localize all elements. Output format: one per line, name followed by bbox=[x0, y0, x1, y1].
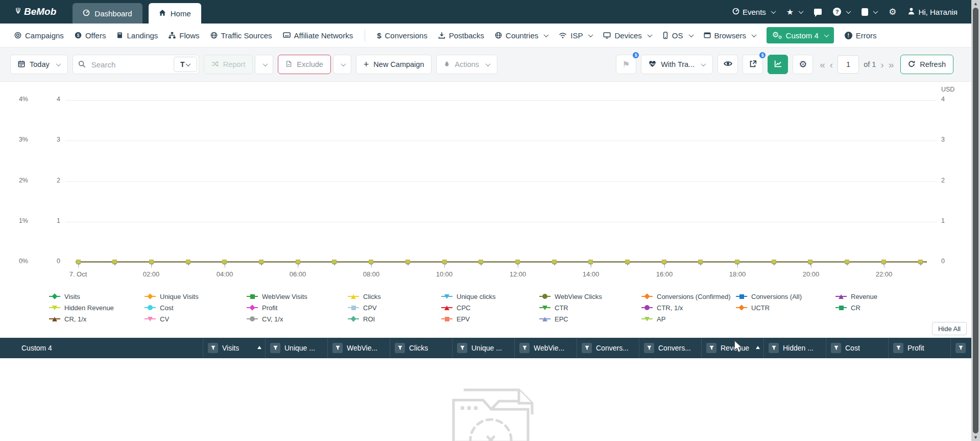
legend-item-cv[interactable]: CV bbox=[145, 315, 247, 323]
traffic-filter-dropdown[interactable]: With Tra... bbox=[641, 55, 713, 74]
filter-funnel-button[interactable] bbox=[893, 343, 903, 353]
legend-item-conversions-all[interactable]: Conversions (All) bbox=[736, 293, 835, 300]
nav-item-flows[interactable]: Flows bbox=[169, 31, 199, 40]
table-column-clicks[interactable]: Clicks bbox=[390, 338, 452, 358]
legend-item-cv-1-x[interactable]: CV, 1/x bbox=[247, 315, 348, 323]
export-button[interactable]: $ bbox=[743, 55, 763, 74]
legend-item-profit[interactable]: Profit bbox=[247, 304, 348, 312]
legend-item-webview-visits[interactable]: WebView Visits bbox=[247, 293, 348, 300]
legend-item-cost[interactable]: Cost bbox=[145, 304, 247, 312]
new-campaign-button[interactable]: + New Campaign bbox=[356, 55, 432, 74]
filter-funnel-button[interactable] bbox=[706, 343, 716, 353]
legend-item-clicks[interactable]: Clicks bbox=[348, 293, 441, 300]
data-point-marker[interactable] bbox=[698, 260, 703, 264]
hide-all-button[interactable]: Hide All bbox=[932, 322, 967, 335]
favorites-menu[interactable]: ★ bbox=[786, 7, 803, 17]
table-column-hidden[interactable]: Hidden ... bbox=[764, 338, 826, 358]
nav-item-countries[interactable]: Countries bbox=[495, 31, 548, 40]
legend-item-epv[interactable]: EPV bbox=[441, 315, 539, 323]
feedback-button[interactable] bbox=[814, 9, 822, 15]
exclude-dropdown-button[interactable] bbox=[333, 55, 351, 74]
table-column-unique[interactable]: Unique ... bbox=[452, 338, 515, 358]
filter-funnel-button[interactable] bbox=[395, 343, 405, 353]
nav-item-conversions[interactable]: $Conversions bbox=[377, 31, 427, 40]
legend-item-cr-1-x[interactable]: CR, 1/x bbox=[49, 315, 145, 323]
data-point-marker[interactable] bbox=[479, 260, 483, 264]
tab-dashboard[interactable]: Dashboard bbox=[73, 3, 142, 24]
data-point-marker[interactable] bbox=[918, 260, 923, 264]
table-group-column[interactable]: Custom 4 bbox=[0, 338, 203, 358]
legend-item-ap[interactable]: AP bbox=[641, 315, 736, 323]
nav-item-os[interactable]: OS bbox=[662, 31, 693, 40]
nav-item-custom-4[interactable]: ⚙⚙Custom 4 bbox=[767, 27, 834, 43]
table-column-unique[interactable]: Unique ... bbox=[266, 338, 328, 358]
table-column-cost[interactable]: Cost bbox=[826, 338, 889, 358]
legend-item-cpc[interactable]: CPC bbox=[441, 304, 539, 312]
tab-home[interactable]: Home bbox=[149, 3, 201, 24]
filter-funnel-button[interactable] bbox=[831, 343, 841, 353]
bemob-logo[interactable]: BeMob bbox=[14, 6, 56, 17]
report-dropdown-button[interactable] bbox=[255, 55, 273, 74]
nav-item-affiliate-networks[interactable]: Affiliate Networks bbox=[283, 31, 353, 40]
nav-item-errors[interactable]: !Errors bbox=[845, 31, 877, 40]
exclude-button[interactable]: Exclude bbox=[278, 55, 331, 74]
legend-item-cpv[interactable]: CPV bbox=[348, 304, 441, 312]
filter-funnel-button[interactable] bbox=[582, 343, 592, 353]
scroll-up-icon[interactable]: ▲ bbox=[971, 1, 980, 6]
settings-button[interactable]: ⚙ bbox=[889, 7, 896, 17]
nav-item-browsers[interactable]: Browsers bbox=[704, 31, 756, 40]
legend-item-revenue[interactable]: Revenue bbox=[835, 293, 960, 300]
data-point-marker[interactable] bbox=[552, 260, 557, 264]
next-page-button[interactable]: › bbox=[880, 60, 883, 69]
filter-funnel-button[interactable] bbox=[644, 343, 654, 353]
actions-button[interactable]: Actions bbox=[436, 55, 497, 74]
legend-item-unique-clicks[interactable]: Unique clicks bbox=[441, 293, 539, 300]
data-point-marker[interactable] bbox=[405, 260, 410, 264]
search-type-selector[interactable]: T bbox=[174, 57, 197, 72]
data-point-marker[interactable] bbox=[259, 260, 264, 264]
data-point-marker[interactable] bbox=[332, 260, 337, 264]
last-page-button[interactable]: » bbox=[889, 60, 894, 69]
legend-item-hidden-revenue[interactable]: Hidden Revenue bbox=[49, 304, 145, 312]
filter-funnel-button[interactable] bbox=[457, 343, 467, 353]
visibility-button[interactable] bbox=[718, 55, 738, 74]
table-column-webvie[interactable]: WebVie... bbox=[328, 338, 390, 358]
prev-page-button[interactable]: ‹ bbox=[830, 60, 833, 69]
legend-item-webview-clicks[interactable]: WebView Clicks bbox=[539, 293, 641, 300]
filter-funnel-button[interactable] bbox=[519, 343, 530, 353]
table-column-webvie[interactable]: WebVie... bbox=[515, 338, 577, 358]
legend-item-conversions-confirmed[interactable]: Conversions (Confirmed) bbox=[641, 293, 736, 300]
legend-item-roi[interactable]: ROI bbox=[348, 315, 441, 323]
filter-funnel-button[interactable] bbox=[208, 343, 218, 353]
legend-item-ctr-1-x[interactable]: CTR, 1/x bbox=[641, 304, 736, 312]
legend-item-ctr[interactable]: CTR bbox=[539, 304, 641, 312]
events-menu[interactable]: Events bbox=[732, 8, 775, 16]
filter-funnel-button[interactable] bbox=[332, 343, 343, 353]
legend-item-visits[interactable]: Visits bbox=[49, 293, 145, 300]
scroll-down-icon[interactable]: ▼ bbox=[971, 435, 980, 440]
data-point-marker[interactable] bbox=[808, 260, 812, 264]
resources-menu[interactable] bbox=[862, 8, 877, 16]
refresh-button[interactable]: Refresh bbox=[900, 55, 953, 74]
filter-funnel-button[interactable] bbox=[955, 343, 966, 353]
filter-funnel-button[interactable] bbox=[769, 343, 779, 353]
nav-item-landings[interactable]: Landings bbox=[116, 31, 158, 40]
first-page-button[interactable]: « bbox=[820, 60, 825, 69]
nav-item-devices[interactable]: Devices bbox=[603, 31, 651, 40]
legend-item-unique-visits[interactable]: Unique Visits bbox=[145, 293, 247, 300]
table-column-visits[interactable]: Visits bbox=[203, 338, 266, 358]
date-range-button[interactable]: Today bbox=[10, 55, 68, 74]
flag-filter-button[interactable]: ⚑ $ bbox=[616, 55, 636, 74]
legend-item-cr[interactable]: CR bbox=[835, 304, 960, 312]
nav-item-traffic-sources[interactable]: Traffic Sources bbox=[210, 31, 272, 40]
data-point-marker[interactable] bbox=[186, 260, 190, 264]
nav-item-isp[interactable]: ISP bbox=[559, 31, 592, 40]
legend-item-epc[interactable]: EPC bbox=[539, 315, 641, 323]
data-point-marker[interactable] bbox=[772, 260, 776, 264]
chart-toggle-button[interactable] bbox=[768, 55, 788, 74]
page-number-input[interactable] bbox=[838, 55, 859, 74]
table-column-revenue[interactable]: Revenue bbox=[702, 338, 764, 358]
legend-item-uctr[interactable]: UCTR bbox=[736, 304, 835, 312]
data-point-marker[interactable] bbox=[625, 260, 630, 264]
nav-item-postbacks[interactable]: Postbacks bbox=[438, 31, 484, 40]
